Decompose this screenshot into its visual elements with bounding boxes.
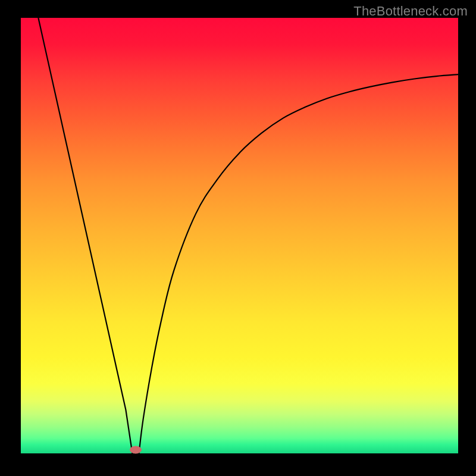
chart-frame: TheBottleneck.com xyxy=(0,0,476,476)
curve-minimum-marker xyxy=(130,446,142,454)
curve-right-branch xyxy=(139,74,458,453)
watermark-text: TheBottleneck.com xyxy=(353,4,468,19)
plot-area xyxy=(21,18,458,453)
curve-left-branch xyxy=(38,18,132,453)
bottleneck-curve xyxy=(21,18,458,453)
